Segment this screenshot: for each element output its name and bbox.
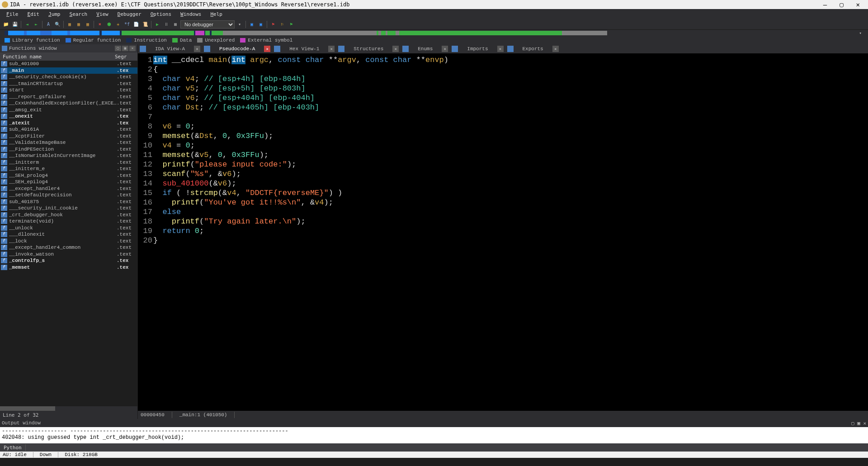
nav-segment[interactable]: [40, 31, 52, 35]
code-line[interactable]: 17 else: [142, 207, 864, 217]
panel-min-icon[interactable]: ▢: [851, 421, 854, 426]
tab-close-icon[interactable]: ✕: [442, 46, 448, 52]
tab-close-icon[interactable]: ✕: [194, 46, 200, 52]
function-row[interactable]: f__invoke_watson.text: [0, 251, 137, 258]
function-row[interactable]: f___security_init_cookie.text: [0, 205, 137, 212]
save-icon[interactable]: 💾: [11, 20, 19, 29]
function-row[interactable]: f__onexit.tex: [0, 113, 137, 120]
function-row[interactable]: f__SEH_epilog4.text: [0, 179, 137, 185]
tab-close-icon[interactable]: ✕: [497, 46, 504, 52]
code-line[interactable]: 8 v6 = 0;: [142, 122, 864, 131]
tool-icon[interactable]: ⚑: [269, 20, 277, 29]
maximize-button[interactable]: ▢: [833, 1, 849, 8]
nav-segment[interactable]: [387, 31, 396, 35]
debug-icon[interactable]: ▣: [257, 20, 265, 29]
tab-pseudocode-a[interactable]: Pseudocode-A✕: [202, 44, 272, 53]
script-icon[interactable]: 📜: [141, 20, 149, 29]
python-button[interactable]: Python: [0, 444, 26, 451]
panel-close-icon[interactable]: ✕: [863, 421, 866, 426]
code-line[interactable]: 2{: [142, 65, 864, 74]
nav-segment[interactable]: [8, 31, 24, 35]
menu-search[interactable]: Search: [65, 10, 92, 18]
code-line[interactable]: 9 memset(&Dst, 0, 0x3FFu);: [142, 131, 864, 141]
pause-icon[interactable]: ⏸: [162, 20, 170, 29]
nav-segment[interactable]: [212, 31, 223, 35]
function-row[interactable]: f_atexit.tex: [0, 120, 137, 127]
tab-close-icon[interactable]: ✕: [328, 46, 335, 52]
scrollbar-horizontal[interactable]: [0, 406, 137, 411]
nav-icon[interactable]: ▦: [66, 20, 74, 29]
function-row[interactable]: f__lock.text: [0, 238, 137, 245]
function-row[interactable]: f__FindPESection.text: [0, 146, 137, 153]
code-line[interactable]: 15 if ( !strcmp(&v4, "DDCTF{reverseME}")…: [142, 188, 864, 198]
function-row[interactable]: f__CxxUnhandledExceptionFilter(_EXCE….te…: [0, 100, 137, 107]
code-line[interactable]: 20}: [142, 236, 864, 245]
nav-dropdown-icon[interactable]: ▾: [858, 31, 863, 35]
minimize-button[interactable]: —: [817, 1, 833, 8]
nav-segment[interactable]: [205, 31, 210, 35]
tool-icon[interactable]: ⚐: [278, 20, 286, 29]
function-row[interactable]: f__XcptFilter.text: [0, 133, 137, 140]
tab-imports[interactable]: Imports✕: [450, 44, 505, 53]
find-icon[interactable]: 🔍: [53, 20, 61, 29]
function-row[interactable]: f__except_handler4_common.text: [0, 244, 137, 251]
nav-segment[interactable]: [5, 31, 8, 35]
text-icon[interactable]: A: [44, 20, 52, 29]
function-row[interactable]: f__ValidateImageBase.text: [0, 139, 137, 146]
menu-file[interactable]: File: [2, 10, 23, 18]
forward-icon[interactable]: ►: [32, 20, 40, 29]
open-icon[interactable]: 📁: [2, 20, 10, 29]
functions-header[interactable]: Function name Segr: [0, 52, 137, 61]
nav-segment[interactable]: [195, 31, 204, 35]
star-icon[interactable]: ✳: [114, 20, 122, 29]
tab-exports[interactable]: Exports✕: [505, 44, 561, 53]
menu-windows[interactable]: Windows: [176, 10, 206, 18]
nav-segment[interactable]: [122, 31, 194, 35]
function-row[interactable]: f__security_check_cookie(x).text: [0, 74, 137, 81]
code-line[interactable]: 4 char v5; // [esp+5h] [ebp-803h]: [142, 84, 864, 93]
function-row[interactable]: f___dllonexit.text: [0, 231, 137, 238]
code-line[interactable]: 10 v4 = 0;: [142, 141, 864, 150]
output-window[interactable]: -------------------- -------------------…: [0, 427, 868, 443]
code-line[interactable]: 19 return 0;: [142, 226, 864, 236]
code-line[interactable]: 5 char v6; // [esp+404h] [ebp-404h]: [142, 93, 864, 103]
nav-segment[interactable]: [396, 31, 399, 35]
function-row[interactable]: f__unlock.text: [0, 225, 137, 232]
tab-close-icon[interactable]: ✕: [264, 46, 270, 52]
nav-segment[interactable]: [102, 31, 120, 35]
nav-segment[interactable]: [399, 31, 562, 35]
code-line[interactable]: 12 printf("please input code:");: [142, 160, 864, 169]
dropdown-icon[interactable]: ▾: [236, 20, 244, 29]
tool-icon[interactable]: ⚑: [287, 20, 295, 29]
tab-ida-view-a[interactable]: IDA View-A✕: [138, 44, 202, 53]
function-row[interactable]: f__initterm.text: [0, 159, 137, 166]
nav-icon[interactable]: ▦: [84, 20, 92, 29]
nav-segment[interactable]: [562, 31, 607, 35]
debug-icon[interactable]: ▣: [248, 20, 256, 29]
back-icon[interactable]: ◄: [23, 20, 31, 29]
navigation-bar[interactable]: ▾: [0, 30, 868, 36]
tab-structures[interactable]: Structures✕: [336, 44, 401, 53]
stop-icon[interactable]: ✖: [96, 20, 104, 29]
close-button[interactable]: ✕: [850, 1, 866, 8]
run-icon[interactable]: ▶: [153, 20, 161, 29]
function-row[interactable]: fsub_401000.text: [0, 61, 137, 67]
tab-hex-view-1[interactable]: Hex View-1✕: [272, 44, 336, 53]
function-row[interactable]: fsub_40161A.text: [0, 126, 137, 133]
function-row[interactable]: f__except_handler4.text: [0, 185, 137, 192]
panel-min-icon[interactable]: ▢: [115, 46, 121, 51]
stop-debug-icon[interactable]: ■: [171, 20, 179, 29]
code-line[interactable]: 11 memset(&v5, 0, 0x3FFu);: [142, 150, 864, 160]
menu-edit[interactable]: Edit: [23, 10, 44, 18]
debugger-select[interactable]: No debugger: [180, 20, 235, 29]
code-line[interactable]: 16 printf("You've got it!!%s\n", &v4);: [142, 198, 864, 207]
function-row[interactable]: f__amsg_exit.text: [0, 107, 137, 114]
function-row[interactable]: f__setdefaultprecision.text: [0, 192, 137, 199]
code-line[interactable]: 13 scanf("%s", &v6);: [142, 169, 864, 179]
code-line[interactable]: 14 sub_401000(&v6);: [142, 179, 864, 188]
nav-segment[interactable]: [70, 31, 99, 35]
function-row[interactable]: f_crt_debugger_hook.text: [0, 212, 137, 219]
note-icon[interactable]: 📄: [132, 20, 140, 29]
menu-jump[interactable]: Jump: [44, 10, 65, 18]
panel-close-icon[interactable]: ✕: [129, 46, 136, 51]
